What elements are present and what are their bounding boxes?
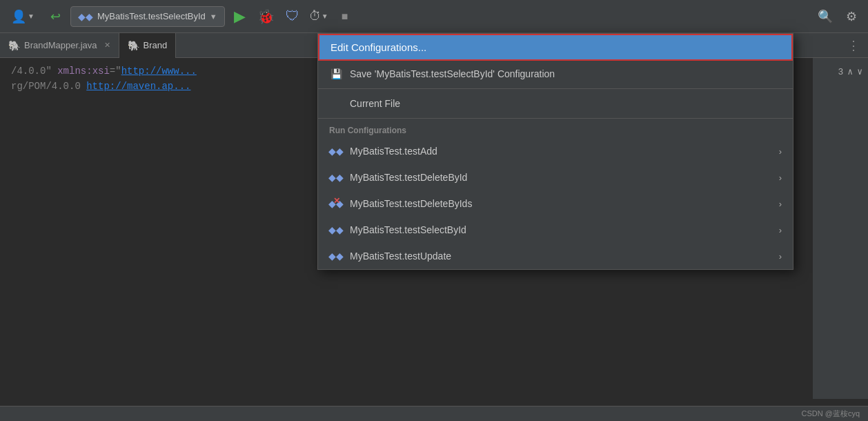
profile-arrow: ▼ [28,12,34,20]
brandmapper-file-icon: 🐘 [8,40,20,51]
profile-button[interactable]: 👤 ▼ [6,6,40,28]
tab-brand[interactable]: 🐘 Brand [119,33,177,58]
testupdate-diamond-icon: ◆◆ [329,249,343,263]
current-file-item[interactable]: Current File [318,90,793,117]
testupdate-label: MyBatisTest.testUpdate [350,251,451,262]
tab-brandmapper[interactable]: 🐘 BrandMapper.java ✕ [0,33,119,58]
more-tabs-button[interactable]: ⋮ [839,38,868,53]
status-bar: CSDN @蓝桉cyq [0,406,868,421]
dropdown-divider-2 [318,118,793,119]
run-testdeletebyids-item[interactable]: ◆◆ ✕ MyBatisTest.testDeleteByIds › [318,190,793,217]
testadd-arrow: › [779,146,782,157]
save-configuration-item[interactable]: 💾 Save 'MyBatisTest.testSelectById' Conf… [318,61,793,87]
gutter-down-arrow[interactable]: ∨ [857,66,862,77]
tab-brandmapper-label: BrandMapper.java [24,40,97,50]
run-button[interactable]: ▶ [229,6,251,28]
run-testdeletebyid-item[interactable]: ◆◆ MyBatisTest.testDeleteById › [318,164,793,190]
testadd-diamond-icon: ◆◆ [329,144,343,158]
line-number: 3 [838,67,844,77]
run-testselectbyid-item[interactable]: ◆◆ MyBatisTest.testSelectById › [318,217,793,243]
save-configuration-label: Save 'MyBatisTest.testSelectById' Config… [350,68,555,79]
debug-button[interactable]: 🐞 [255,6,277,28]
testselectbyid-label: MyBatisTest.testSelectById [350,224,466,235]
testdeletebyids-diamond-icon: ◆◆ ✕ [329,197,343,210]
profiler-icon: ⏱ [309,9,322,23]
run-config-diamond-icon: ◆◆ [78,11,93,22]
testdeletebyid-arrow: › [779,173,782,183]
brand-file-icon: 🐘 [128,40,139,51]
editor-gutter: 3 ∧ ∨ [813,58,868,399]
settings-button[interactable]: ⚙ [840,6,862,28]
testupdate-arrow: › [779,251,782,262]
testdeletebyids-arrow: › [779,199,782,209]
tab-brandmapper-close[interactable]: ✕ [104,41,110,50]
settings-icon: ⚙ [846,9,857,24]
profiler-button[interactable]: ⏱ ▼ [308,6,330,28]
status-text: CSDN @蓝桉cyq [801,409,860,419]
profile-icon: 👤 [11,9,26,24]
debug-icon: 🐞 [257,8,275,25]
testdeletebyids-label: MyBatisTest.testDeleteByIds [350,198,472,209]
search-button[interactable]: 🔍 [814,6,836,28]
stop-button[interactable]: ■ [334,6,356,28]
run-testadd-item[interactable]: ◆◆ MyBatisTest.testAdd › [318,138,793,164]
testselectbyid-diamond-icon: ◆◆ [329,223,343,237]
testdeletebyid-diamond-icon: ◆◆ [329,170,343,184]
search-icon: 🔍 [818,9,833,24]
coverage-icon: 🛡 [286,8,299,24]
run-icon: ▶ [234,8,246,26]
run-config-name: MyBatisTest.testSelectById [97,11,206,21]
run-config-selector[interactable]: ◆◆ MyBatisTest.testSelectById ▼ [70,6,225,27]
testdeletebyid-label: MyBatisTest.testDeleteById [350,172,467,183]
edit-configurations-item[interactable]: Edit Configurations... [318,34,793,61]
coverage-button[interactable]: 🛡 [282,6,304,28]
profiler-arrow: ▼ [322,12,328,20]
gutter-up-arrow[interactable]: ∧ [847,66,853,77]
save-icon: 💾 [329,67,343,81]
current-file-label: Current File [350,98,400,109]
toolbar: 👤 ▼ ↩ ◆◆ MyBatisTest.testSelectById ▼ ▶ … [0,0,868,33]
testadd-label: MyBatisTest.testAdd [350,146,437,157]
edit-configurations-label: Edit Configurations... [331,41,426,53]
run-config-dropdown-arrow: ▼ [210,12,217,21]
stop-icon: ■ [342,10,348,23]
current-file-spacer [329,97,343,110]
back-icon: ↩ [50,9,61,24]
run-configurations-header: Run Configurations [318,120,793,138]
back-button[interactable]: ↩ [44,6,66,28]
tab-brand-label: Brand [144,40,168,50]
run-config-dropdown: Edit Configurations... 💾 Save 'MyBatisTe… [317,33,793,270]
run-testupdate-item[interactable]: ◆◆ MyBatisTest.testUpdate › [318,243,793,269]
dropdown-divider-1 [318,88,793,89]
testselectbyid-arrow: › [779,225,782,235]
